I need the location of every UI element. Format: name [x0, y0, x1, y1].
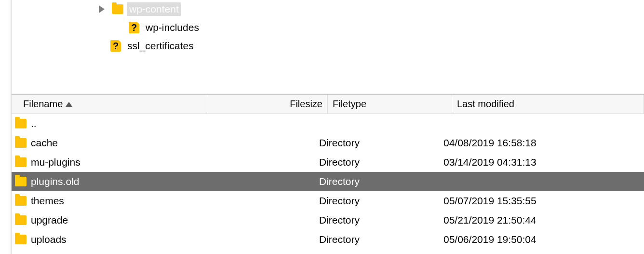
- cell-filename: upgrade: [13, 214, 201, 226]
- column-modified-label: Last modified: [457, 99, 514, 110]
- file-list-pane: Filename Filesize Filetype Last modified…: [12, 95, 644, 249]
- filename-label: upgrade: [31, 214, 68, 226]
- column-filename[interactable]: Filename: [18, 95, 206, 113]
- table-row[interactable]: themesDirectory05/07/2019 15:35:55: [12, 191, 644, 211]
- cell-filename: mu-plugins: [13, 156, 201, 168]
- sort-ascending-icon: [66, 102, 72, 107]
- tree-item[interactable]: wp-content: [12, 0, 644, 18]
- folder-icon: [15, 215, 27, 225]
- table-row[interactable]: uploadsDirectory05/06/2019 19:50:04: [12, 230, 644, 249]
- cell-filetype: Directory: [319, 137, 443, 149]
- folder-icon: [13, 138, 28, 148]
- cell-modified: 03/14/2019 04:31:13: [443, 156, 644, 168]
- folder-icon: [15, 235, 27, 244]
- folder-icon: [13, 177, 28, 186]
- column-filesize-label: Filesize: [290, 99, 322, 110]
- folder-icon: [13, 235, 28, 244]
- table-row[interactable]: upgradeDirectory05/21/2019 21:50:44: [12, 211, 644, 230]
- filename-label: plugins.old: [31, 176, 79, 187]
- folder-icon: [15, 138, 27, 148]
- question-mark-icon: ?: [129, 22, 139, 33]
- cell-filename: cache: [13, 137, 201, 149]
- filename-label: cache: [31, 137, 58, 149]
- folder-icon: [13, 157, 28, 167]
- cell-filetype: Directory: [319, 214, 443, 226]
- folder-tree: wp-content?wp-includes?ssl_certificates: [12, 0, 644, 95]
- cell-filename: uploads: [13, 234, 201, 245]
- table-row[interactable]: plugins.oldDirectory: [12, 172, 644, 191]
- folder-icon: [15, 196, 27, 206]
- folder-icon: [13, 119, 28, 128]
- column-filename-label: Filename: [23, 99, 63, 110]
- column-filetype[interactable]: Filetype: [328, 95, 452, 113]
- tree-item[interactable]: ?wp-includes: [12, 18, 644, 37]
- folder-icon: [13, 215, 28, 225]
- file-rows: ..cacheDirectory04/08/2019 16:58:18mu-pl…: [12, 114, 644, 249]
- tree-item-label: wp-content: [127, 2, 181, 16]
- cell-filename: ..: [13, 118, 201, 129]
- filename-label: ..: [31, 118, 37, 129]
- folder-icon: [13, 196, 28, 206]
- folder-icon: [110, 4, 125, 14]
- cell-filetype: Directory: [319, 234, 443, 245]
- table-row[interactable]: mu-pluginsDirectory03/14/2019 04:31:13: [12, 153, 644, 172]
- filename-label: themes: [31, 195, 64, 207]
- unknown-file-icon: ?: [108, 40, 123, 52]
- tree-item-label: ssl_certificates: [125, 39, 196, 53]
- folder-icon: [15, 119, 27, 128]
- column-modified[interactable]: Last modified: [452, 95, 644, 113]
- table-row[interactable]: cacheDirectory04/08/2019 16:58:18: [12, 133, 644, 153]
- table-row[interactable]: ..: [12, 114, 644, 133]
- question-mark-icon: ?: [110, 40, 121, 52]
- cell-filetype: Directory: [319, 156, 443, 168]
- tree-item-label: wp-includes: [144, 21, 201, 34]
- column-headers: Filename Filesize Filetype Last modified: [12, 95, 644, 114]
- tree-arrow-slot[interactable]: [94, 5, 110, 13]
- cell-modified: 04/08/2019 16:58:18: [443, 137, 644, 149]
- tree-item[interactable]: ?ssl_certificates: [12, 37, 644, 55]
- cell-modified: 05/07/2019 15:35:55: [443, 195, 644, 207]
- filename-label: mu-plugins: [31, 156, 80, 168]
- unknown-file-icon: ?: [126, 22, 142, 33]
- chevron-right-icon: [99, 5, 105, 13]
- cell-modified: 05/06/2019 19:50:04: [443, 234, 644, 245]
- column-filesize[interactable]: Filesize: [206, 95, 328, 113]
- column-filetype-label: Filetype: [333, 99, 366, 110]
- cell-filetype: Directory: [319, 195, 443, 207]
- cell-filename: themes: [13, 195, 201, 207]
- folder-icon: [112, 4, 123, 14]
- folder-icon: [15, 177, 27, 186]
- cell-filetype: Directory: [319, 176, 443, 187]
- cell-filename: plugins.old: [13, 176, 201, 187]
- filename-label: uploads: [31, 234, 67, 245]
- cell-modified: 05/21/2019 21:50:44: [443, 214, 644, 226]
- folder-icon: [15, 157, 27, 167]
